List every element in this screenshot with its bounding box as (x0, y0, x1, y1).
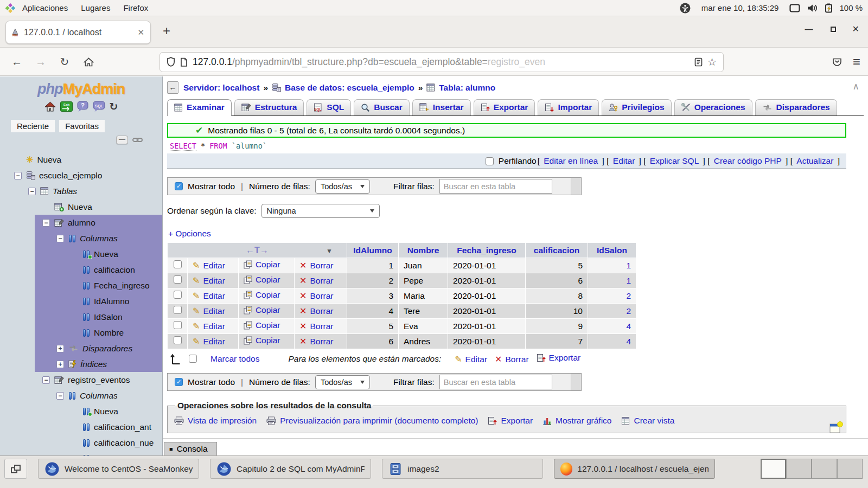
idsalon-link[interactable]: 4 (626, 337, 631, 346)
tab-sql[interactable]: SQLSQL (307, 99, 351, 115)
tab-privilegios[interactable]: Privilegios (602, 99, 671, 115)
tree-item-registro_eventos[interactable]: −registro_eventos (0, 372, 162, 388)
breadcrumb-segment[interactable]: Servidor: localhost (183, 83, 259, 93)
profiling-link[interactable]: Actualizar (795, 156, 835, 165)
taskbar-window-button[interactable]: Welcome to CentOS - SeaMonkey (38, 459, 199, 479)
show-all-checkbox[interactable]: ✓ (175, 182, 183, 190)
edit-link[interactable]: ✎Editar (193, 291, 225, 301)
tree-expander-minus-icon[interactable]: − (56, 235, 64, 242)
distro-logo-icon[interactable] (5, 3, 15, 13)
copy-link[interactable]: Copiar (244, 320, 280, 330)
collapse-all-button[interactable]: — (116, 136, 128, 144)
pocket-icon[interactable] (832, 57, 842, 67)
options-toggle-link[interactable]: + Opciones (168, 229, 868, 239)
tree-item-calificacion[interactable]: calificacion (0, 262, 162, 278)
sql-console-icon[interactable]: SQL (93, 101, 105, 112)
tree-item-ident_alumno[interactable]: ident_alumno (0, 451, 162, 455)
shield-icon[interactable] (167, 57, 175, 67)
delete-link[interactable]: ✕Borrar (299, 337, 333, 346)
collapse-toolbar-icon[interactable]: ∧ (853, 81, 859, 92)
panel-back-button[interactable]: ← (167, 81, 178, 94)
filter-rows-input[interactable] (439, 179, 552, 194)
with-selected-borrar-link[interactable]: ✕Borrar (495, 355, 528, 364)
show-desktop-button[interactable] (4, 459, 27, 479)
copy-link[interactable]: Copiar (244, 305, 280, 315)
tree-expander-minus-icon[interactable]: − (56, 392, 64, 400)
delete-link[interactable]: ✕Borrar (299, 291, 333, 301)
column-header-idalumno[interactable]: IdAlumno (347, 243, 398, 258)
tree-item-nueva[interactable]: Nueva (0, 246, 162, 262)
sidebar-tab-favoritas[interactable]: Favoritas (59, 120, 105, 132)
copy-link[interactable]: Copiar (244, 336, 280, 345)
breadcrumb-segment[interactable]: Tabla: alumno (439, 83, 495, 93)
tab-exportar[interactable]: Exportar (474, 99, 535, 115)
check-all-link[interactable]: Marcar todos (210, 354, 259, 364)
column-header-nombre[interactable]: Nombre (399, 243, 448, 258)
idsalon-link[interactable]: 2 (626, 291, 631, 300)
delete-link[interactable]: ✕Borrar (299, 306, 333, 316)
num-rows-select[interactable]: Todos/as (315, 179, 370, 194)
profiling-link[interactable]: Editar (611, 156, 637, 165)
tab-importar[interactable]: Importar (538, 99, 599, 115)
row-checkbox[interactable] (174, 275, 182, 284)
reader-mode-icon[interactable] (694, 57, 703, 67)
reload-button[interactable]: ↻ (55, 53, 74, 71)
tab-buscar[interactable]: Buscar (354, 99, 410, 115)
edit-link[interactable]: ✎Editar (193, 322, 225, 331)
menu-lugares[interactable]: Lugares (75, 2, 116, 14)
sort-key-select[interactable]: Ninguna (261, 204, 380, 218)
new-tab-button[interactable]: + (158, 23, 175, 38)
with-selected-editar-link[interactable]: ✎Editar (455, 355, 487, 364)
tree-expander-minus-icon[interactable]: − (42, 376, 50, 384)
taskbar-window-button[interactable]: 127.0.0.1 / localhost / escuela_ejem... (554, 459, 715, 479)
tree-expander-minus-icon[interactable]: − (42, 219, 50, 227)
tree-expander-plus-icon[interactable]: + (56, 361, 64, 368)
column-header-fecha_ingreso[interactable]: Fecha_ingreso (448, 243, 525, 258)
copy-link[interactable]: Copiar (244, 290, 280, 300)
tree-item-nueva[interactable]: ✳Nueva (0, 152, 162, 168)
back-button[interactable]: ← (8, 53, 26, 71)
filter-rows-input[interactable] (439, 375, 552, 389)
tree-item-alumno[interactable]: −alumno (0, 215, 162, 230)
column-tools-header[interactable]: ←T→ ▼ (168, 243, 347, 258)
tree-item-escuela_ejemplo[interactable]: −escuela_ejemplo (0, 168, 162, 183)
tree-expander-minus-icon[interactable]: − (14, 172, 22, 179)
edit-link[interactable]: ✎Editar (193, 276, 225, 286)
menu-hamburger-icon[interactable]: ≡ (853, 54, 860, 69)
idsalon-link[interactable]: 1 (626, 261, 631, 270)
query-op-link[interactable]: Mostrar gráfico (542, 416, 611, 426)
tree-item-fecha_ingreso[interactable]: Fecha_ingreso (0, 278, 162, 293)
delete-link[interactable]: ✕Borrar (299, 276, 333, 286)
tree-item-columnas[interactable]: −Columnas (0, 230, 162, 246)
tree-item-calificacion_ant[interactable]: calificacion_ant (0, 419, 162, 435)
accessibility-icon[interactable] (680, 3, 691, 14)
logout-icon[interactable]: Exit (60, 101, 73, 112)
tree-expander-plus-icon[interactable]: + (56, 345, 64, 352)
query-op-link[interactable]: Exportar (488, 416, 533, 426)
link-chain-icon[interactable] (132, 137, 143, 143)
profiling-link[interactable]: Explicar SQL (648, 156, 700, 165)
screen-icon[interactable] (789, 4, 800, 12)
clock[interactable]: mar ene 10, 18:35:29 (697, 3, 783, 12)
delete-link[interactable]: ✕Borrar (299, 261, 333, 271)
tree-item-nombre[interactable]: Nombre (0, 325, 162, 341)
taskbar-window-button[interactable]: Capitulo 2 de SQL com MyAdminPH... (210, 459, 371, 479)
home-button[interactable] (79, 53, 98, 71)
window-close-button[interactable]: ✕ (852, 24, 859, 34)
num-rows-select[interactable]: Todos/as (315, 375, 370, 389)
tree-item-nueva[interactable]: Nueva (0, 199, 162, 215)
taskbar-window-button[interactable]: images2 (382, 459, 543, 479)
tab-examinar[interactable]: Examinar (167, 99, 232, 116)
check-all-checkbox[interactable] (189, 355, 197, 363)
row-checkbox[interactable] (174, 260, 182, 268)
browser-tab[interactable]: PMA 127.0.0.1 / localhost ✕ (5, 21, 151, 44)
workspace-cell[interactable] (837, 459, 863, 479)
edit-link[interactable]: ✎Editar (193, 306, 225, 316)
idsalon-link[interactable]: 2 (626, 306, 631, 316)
tree-item-idsalon[interactable]: IdSalon (0, 309, 162, 325)
phpmyadmin-logo[interactable]: phpMyAdmin (0, 81, 162, 98)
help-icon[interactable]: ? (77, 101, 88, 112)
page-info-icon[interactable] (180, 57, 188, 67)
tab-operaciones[interactable]: Operaciones (674, 99, 752, 115)
forward-button[interactable]: → (31, 53, 50, 71)
